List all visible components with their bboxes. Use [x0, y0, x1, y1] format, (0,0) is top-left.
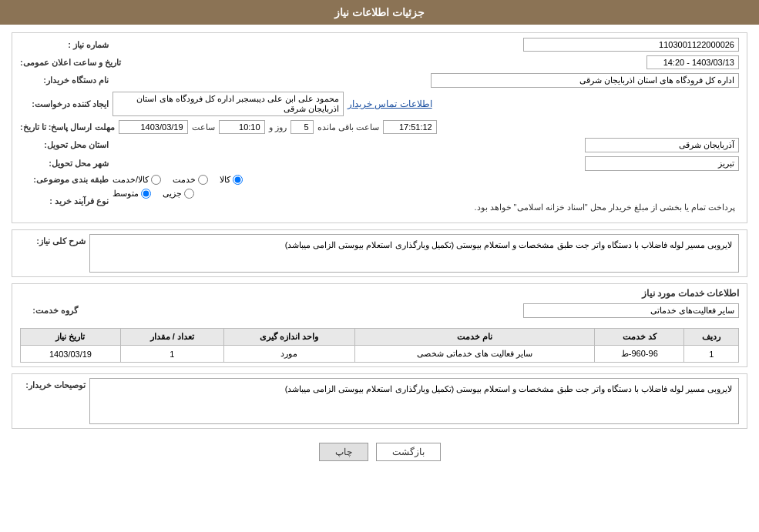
- deadline-label: مهلت ارسال پاسخ: تا تاریخ:: [20, 122, 119, 132]
- col-unit: واحد اندازه گیری: [223, 329, 354, 346]
- category-kala-khidmat[interactable]: کالا/خدمت: [113, 175, 161, 185]
- info-grid: شماره نیاز : 1103001122000026 تاریخ و سا…: [12, 33, 747, 223]
- requester-label: ایجاد کننده درخواست:: [20, 99, 113, 109]
- buyer-name-value: اداره کل فرودگاه های استان اذربایجان شرق…: [431, 73, 739, 88]
- contact-link[interactable]: اطلاعات تماس خریدار: [348, 99, 432, 109]
- table-row: 1960-96-طسایر فعالیت های خدماتی شخصیمورد…: [21, 346, 739, 363]
- need-number-row: شماره نیاز : 1103001122000026: [20, 38, 739, 52]
- category-kala-label: کالا: [220, 175, 230, 185]
- need-description-label: شرح کلی نیاز:: [20, 234, 89, 246]
- table-cell: مورد: [223, 346, 354, 363]
- province-label: استان محل تحویل:: [20, 140, 113, 150]
- category-khidmat[interactable]: خدمت: [173, 175, 208, 185]
- buyer-desc-section: توصیحات خریدار: لایروبی مسیر لوله فاضلاب…: [12, 373, 747, 429]
- deadline-date: 1403/03/19: [119, 120, 188, 134]
- deadline-value-container: 1403/03/19 ساعت 10:10 روز و 5 ساعت باقی …: [119, 120, 739, 134]
- table-cell: 1: [120, 346, 223, 363]
- deadline-row: مهلت ارسال پاسخ: تا تاریخ: 1403/03/19 سا…: [20, 120, 739, 134]
- buttons-row: بازگشت چاپ: [12, 435, 747, 469]
- buyer-desc-value: لایروبی مسیر لوله فاضلاب با دستگاه واتر …: [89, 378, 739, 424]
- table-cell: 960-96-ط: [595, 346, 684, 363]
- province-value-container: آذربایجان شرقی: [113, 138, 739, 152]
- category-kala-radio[interactable]: [233, 175, 243, 185]
- main-info-section: شماره نیاز : 1103001122000026 تاریخ و سا…: [12, 32, 747, 223]
- need-description-section: شرح کلی نیاز: لایروبی مسیر لوله فاضلاب ب…: [12, 229, 747, 277]
- services-table-head: ردیف کد خدمت نام خدمت واحد اندازه گیری ت…: [21, 329, 739, 346]
- col-date: تاریخ نیاز: [21, 329, 121, 346]
- page-header: جزئیات اطلاعات نیاز: [0, 0, 759, 25]
- services-table-container: ردیف کد خدمت نام خدمت واحد اندازه گیری ت…: [12, 324, 747, 366]
- deadline-remaining: 17:51:12: [383, 120, 437, 134]
- services-section: اطلاعات خدمات مورد نیاز گروه خدمت: سایر …: [12, 283, 747, 367]
- requester-row: ایجاد کننده درخواست: محمود علی ابن علی د…: [20, 92, 739, 116]
- category-khidmat-radio[interactable]: [198, 175, 208, 185]
- need-number-value: 1103001122000026: [523, 38, 739, 52]
- col-service-code: کد خدمت: [595, 329, 684, 346]
- category-row: طبقه بندی موضوعی: کالا/خدمت خدمت کالا: [20, 175, 739, 185]
- province-row: استان محل تحویل: آذربایجان شرقی: [20, 138, 739, 152]
- category-kala-khidmat-radio[interactable]: [151, 175, 161, 185]
- services-title: اطلاعات خدمات مورد نیاز: [12, 284, 747, 301]
- buyer-name-label: نام دستگاه خریدار:: [20, 75, 113, 85]
- deadline-time: 10:10: [219, 120, 265, 134]
- city-value: تبریز: [585, 156, 739, 171]
- deadline-days: 5: [291, 120, 314, 134]
- buyer-name-row: نام دستگاه خریدار: اداره کل فرودگاه های …: [20, 73, 739, 88]
- main-content: شماره نیاز : 1103001122000026 تاریخ و سا…: [0, 25, 759, 477]
- service-group-row: گروه خدمت: سایر فعالیت‌های خدماتی: [12, 301, 747, 320]
- purchase-type-small-radio[interactable]: [184, 189, 194, 199]
- category-options: کالا/خدمت خدمت کالا: [113, 175, 739, 185]
- need-number-value-container: 1103001122000026: [113, 38, 739, 52]
- purchase-note: پرداخت تمام یا بخشی از مبلغ خریدار محل "…: [113, 201, 739, 214]
- city-label: شهر محل تحویل:: [20, 159, 113, 169]
- services-table: ردیف کد خدمت نام خدمت واحد اندازه گیری ت…: [20, 328, 739, 363]
- services-table-header-row: ردیف کد خدمت نام خدمت واحد اندازه گیری ت…: [21, 329, 739, 346]
- services-table-body: 1960-96-طسایر فعالیت های خدماتی شخصیمورد…: [21, 346, 739, 363]
- category-label: طبقه بندی موضوعی:: [20, 175, 113, 185]
- announce-value: 1403/03/13 - 14:20: [646, 55, 739, 69]
- deadline-day-label: روز و: [269, 122, 287, 132]
- category-khidmat-label: خدمت: [173, 175, 196, 185]
- need-number-label: شماره نیاز :: [20, 40, 113, 50]
- service-group-value: سایر فعالیت‌های خدماتی: [523, 303, 739, 318]
- need-desc-row: شرح کلی نیاز: لایروبی مسیر لوله فاضلاب ب…: [12, 230, 747, 276]
- announce-row: تاریخ و ساعت اعلان عمومی: 1403/03/13 - 1…: [20, 55, 739, 69]
- buyer-name-value-container: اداره کل فرودگاه های استان اذربایجان شرق…: [113, 73, 739, 88]
- deadline-time-label: ساعت: [192, 122, 215, 132]
- purchase-type-medium[interactable]: متوسط: [113, 189, 151, 199]
- table-cell: 1403/03/19: [21, 346, 121, 363]
- col-row-num: ردیف: [684, 329, 739, 346]
- purchase-type-container: متوسط جزیی پرداخت تمام یا بخشی از مبلغ خ…: [113, 189, 739, 214]
- service-group-label: گروه خدمت:: [20, 306, 82, 316]
- requester-value: محمود علی ابن علی دیبسجبر اداره کل فرودگ…: [113, 92, 344, 116]
- col-quantity: تعداد / مقدار: [120, 329, 223, 346]
- purchase-type-label: نوع فرآیند خرید :: [20, 196, 113, 206]
- purchase-type-row: نوع فرآیند خرید : متوسط جزیی: [20, 189, 739, 214]
- purchase-type-medium-label: متوسط: [113, 189, 139, 199]
- page-title: جزئیات اطلاعات نیاز: [334, 6, 425, 18]
- col-service-name: نام خدمت: [354, 329, 594, 346]
- city-row: شهر محل تحویل: تبریز: [20, 156, 739, 171]
- purchase-type-options: متوسط جزیی: [113, 189, 739, 199]
- purchase-type-small-label: جزیی: [163, 189, 182, 199]
- back-button[interactable]: بازگشت: [376, 443, 441, 461]
- deadline-remaining-label: ساعت باقی مانده: [317, 122, 379, 132]
- service-group-value-container: سایر فعالیت‌های خدماتی: [82, 303, 739, 318]
- category-kala-khidmat-label: کالا/خدمت: [113, 175, 149, 185]
- announce-label: تاریخ و ساعت اعلان عمومی:: [20, 58, 125, 68]
- purchase-type-small[interactable]: جزیی: [163, 189, 194, 199]
- buyer-desc-row: توصیحات خریدار: لایروبی مسیر لوله فاضلاب…: [12, 374, 747, 428]
- need-description-value: لایروبی مسیر لوله فاضلاب با دستگاه واتر …: [89, 234, 739, 273]
- announce-value-container: 1403/03/13 - 14:20: [125, 55, 739, 69]
- province-value: آذربایجان شرقی: [585, 138, 739, 152]
- page-container: جزئیات اطلاعات نیاز شماره نیاز : 1103001…: [0, 0, 759, 532]
- purchase-type-medium-radio[interactable]: [141, 189, 151, 199]
- category-kala[interactable]: کالا: [220, 175, 243, 185]
- print-button[interactable]: چاپ: [319, 443, 368, 461]
- table-cell: 1: [684, 346, 739, 363]
- city-value-container: تبریز: [113, 156, 739, 171]
- requester-value-container: محمود علی ابن علی دیبسجبر اداره کل فرودگ…: [113, 92, 739, 116]
- buyer-desc-label: توصیحات خریدار:: [20, 378, 89, 390]
- table-cell: سایر فعالیت های خدماتی شخصی: [354, 346, 594, 363]
